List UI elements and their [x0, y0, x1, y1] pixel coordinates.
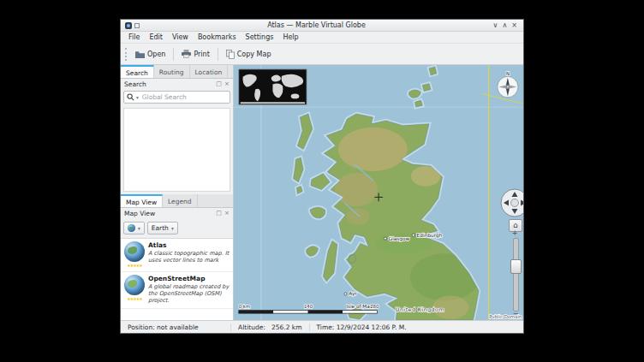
scale-mid-label: 140: [304, 304, 313, 309]
sidebar: Search Routing Location Search □ ×: [121, 65, 234, 320]
tab-legend[interactable]: Legend: [163, 194, 198, 207]
map-canvas[interactable]: Glasgow Edinburgh Ayr Isle of Man United…: [234, 65, 523, 320]
label-united-kingdom: United Kingdom: [396, 306, 444, 313]
toolbar-separator: [218, 48, 218, 61]
overview-world-map[interactable]: [239, 69, 307, 104]
city-label-glasgow: Glasgow: [388, 236, 409, 242]
title-bar[interactable]: Atlas — Marble Virtual Globe ∨ ∧ ×: [121, 20, 523, 32]
navigation-pad[interactable]: [499, 187, 523, 220]
copy-map-label: Copy Map: [237, 50, 271, 58]
chevron-down-icon: ▾: [138, 226, 140, 231]
float-dock-icon[interactable]: □: [216, 81, 222, 87]
celestial-body-dropdown[interactable]: Earth ▾: [147, 222, 178, 234]
map-view-dock-title: Map View: [124, 210, 155, 217]
scale-end-label: 280: [370, 304, 379, 309]
close-button[interactable]: ×: [510, 21, 519, 30]
pan-center-button: [510, 199, 518, 207]
ayr-marker: [344, 293, 347, 295]
label-isle-of-man: Isle of Man: [346, 304, 373, 309]
theme-thumb-column: ★★★★★: [124, 241, 145, 268]
search-mode-caret-icon[interactable]: ▾: [136, 95, 139, 100]
status-bar: Position: not available Altitude: 256.2 …: [121, 320, 523, 333]
pin-icon: [134, 23, 140, 28]
toolbar-separator: [173, 48, 174, 61]
status-time: Time: 12/9/2024 12:06 P. M.: [309, 323, 414, 331]
tab-map-view[interactable]: Map View: [121, 194, 163, 207]
menu-help[interactable]: Help: [278, 33, 302, 42]
zoom-out-button[interactable]: −: [513, 310, 519, 317]
openstreetmap-thumbnail: [124, 275, 145, 295]
altitude-label: Altitude:: [238, 323, 265, 331]
map-theme-list: ★★★★★ Atlas A classic topographic map. I…: [121, 238, 233, 321]
screen-background: Atlas — Marble Virtual Globe ∨ ∧ × File …: [0, 0, 644, 362]
menu-settings[interactable]: Settings: [242, 33, 278, 42]
tab-location[interactable]: Location: [190, 65, 229, 78]
theme-item-atlas[interactable]: ★★★★★ Atlas A classic topographic map. I…: [121, 239, 233, 272]
status-altitude: Altitude: 256.2 km: [230, 323, 309, 331]
toolbar-drag-handle[interactable]: [125, 48, 127, 61]
map-viewport[interactable]: Glasgow Edinburgh Ayr Isle of Man United…: [234, 65, 523, 320]
menu-bookmarks[interactable]: Bookmarks: [194, 33, 241, 42]
copy-map-button[interactable]: Copy Map: [221, 46, 277, 62]
tab-search[interactable]: Search: [121, 65, 154, 78]
minimize-button[interactable]: ∨: [491, 21, 500, 30]
panel-tabs-bottom: Map View Legend: [121, 194, 233, 208]
tab-routing[interactable]: Routing: [154, 65, 190, 78]
projection-dropdown[interactable]: ▾: [123, 222, 145, 234]
search-input[interactable]: [140, 92, 227, 102]
celestial-body-label: Earth: [152, 224, 169, 232]
star-rating: ★★★★★: [127, 296, 141, 301]
zoom-in-button[interactable]: +: [512, 229, 518, 237]
window-title: Atlas — Marble Virtual Globe: [142, 21, 491, 29]
menu-file[interactable]: File: [124, 33, 144, 42]
printer-icon: [182, 50, 191, 58]
scale-start-label: 0 km: [239, 304, 250, 309]
theme-text: Atlas A classic topographic map. It uses…: [148, 241, 230, 268]
star-rating: ★★★★★: [127, 263, 141, 268]
search-icon: [127, 93, 134, 101]
menu-bar: File Edit View Bookmarks Settings Help: [121, 32, 523, 44]
theme-description: A global roadmap created by the OpenStre…: [148, 283, 230, 305]
zoom-slider[interactable]: [513, 238, 519, 312]
float-dock-icon[interactable]: □: [216, 211, 222, 217]
maximize-button[interactable]: ∧: [500, 21, 510, 30]
menu-view[interactable]: View: [168, 33, 193, 42]
search-dock-title: Search: [124, 80, 146, 88]
theme-name: Atlas: [148, 241, 230, 249]
theme-name: OpenStreetMap: [148, 275, 230, 282]
theme-description: A classic topographic map. It uses vecto…: [148, 250, 230, 264]
compass-north-label: N: [506, 71, 510, 76]
theme-text: OpenStreetMap A global roadmap created b…: [148, 275, 230, 305]
print-button[interactable]: Print: [176, 46, 214, 62]
close-dock-icon[interactable]: ×: [224, 211, 230, 217]
status-position: Position: not available: [121, 323, 230, 331]
theme-thumb-column: ★★★★★: [124, 275, 145, 305]
menu-edit[interactable]: Edit: [145, 33, 167, 42]
search-dock-header: Search □ ×: [121, 79, 233, 90]
zoom-slider-handle[interactable]: [510, 259, 522, 274]
edinburgh-marker: [412, 234, 414, 236]
marble-window: Atlas — Marble Virtual Globe ∨ ∧ × File …: [120, 19, 524, 334]
globe-icon: [128, 224, 135, 232]
chevron-down-icon: ▾: [171, 226, 174, 231]
open-button[interactable]: Open: [130, 47, 170, 62]
search-results-list: [123, 108, 230, 192]
print-label: Print: [194, 50, 209, 58]
open-label: Open: [147, 50, 165, 58]
search-row: ▾: [121, 90, 233, 108]
altitude-value: 256.2 km: [271, 323, 302, 331]
theme-item-openstreetmap[interactable]: ★★★★★ OpenStreetMap A global roadmap cre…: [121, 272, 233, 309]
global-search-field[interactable]: ▾: [123, 91, 230, 104]
copy-icon: [226, 50, 235, 59]
panel-tabs-top: Search Routing Location: [121, 65, 233, 79]
folder-icon: [135, 50, 145, 58]
glasgow-marker: [384, 237, 386, 240]
atlas-thumbnail: [124, 241, 145, 262]
city-label-edinburgh: Edinburgh: [416, 233, 442, 239]
city-label-ayr: Ayr: [349, 291, 357, 297]
close-dock-icon[interactable]: ×: [224, 81, 230, 87]
map-view-dock-header: Map View □ ×: [121, 208, 233, 219]
main-toolbar: Open Print Copy Map: [121, 44, 523, 65]
content-area: Search Routing Location Search □ ×: [121, 65, 523, 320]
map-view-controls: ▾ Earth ▾: [121, 219, 233, 238]
